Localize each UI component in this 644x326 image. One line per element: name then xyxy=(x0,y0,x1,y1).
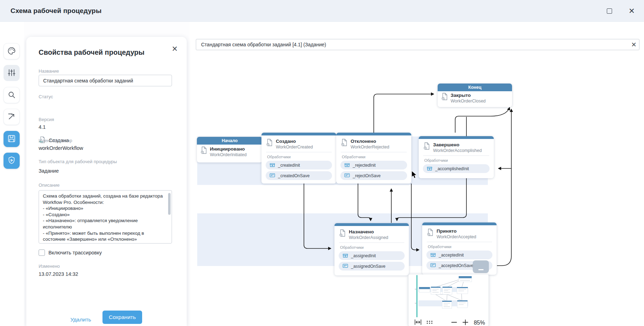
shield-play-icon xyxy=(7,156,16,166)
state-code: WorkOrderClosed xyxy=(451,99,486,104)
export-icon xyxy=(7,112,16,122)
minus-icon xyxy=(478,269,484,270)
group-header: Начало xyxy=(197,137,263,145)
minimap-collapse-button[interactable] xyxy=(473,260,489,273)
name-input[interactable] xyxy=(39,75,172,86)
panel-title: Свойства рабочей процедуры xyxy=(39,48,145,56)
workflow-editor-window: Схема рабочей процедуры × × Свойства раб… xyxy=(0,0,644,326)
save-handler-icon xyxy=(430,263,436,268)
document-plus-icon xyxy=(341,139,347,148)
handler-pill[interactable]: _createdOnSave xyxy=(266,171,332,180)
trace-checkbox-row[interactable]: Включить трассировку xyxy=(39,250,102,256)
state-code: WorkOrderCreated xyxy=(276,145,313,149)
sliders-icon xyxy=(7,68,16,78)
plus-icon xyxy=(462,319,469,326)
handler-label: _rejectedInit xyxy=(353,163,376,168)
handler-pill[interactable]: _accomplishedInit xyxy=(423,164,490,173)
object-type-label: Тип объекта для рабочей процедуры xyxy=(39,159,117,164)
trace-checkbox[interactable] xyxy=(39,250,45,256)
handler-pill[interactable]: _rejectedInit xyxy=(340,161,407,169)
document-plus-icon xyxy=(427,228,433,238)
save-scheme-button[interactable] xyxy=(4,131,20,147)
handler-label: _createdOnSave xyxy=(278,173,310,178)
version-value: 4.1 xyxy=(39,124,46,130)
init-handler-icon xyxy=(427,166,432,172)
handler-pill[interactable]: _assignedOnSave xyxy=(339,262,405,271)
panel-close-button[interactable]: × xyxy=(169,43,180,54)
state-code: WorkOrderInitiated xyxy=(210,152,247,157)
handler-label: _assignedInit xyxy=(351,253,376,258)
handler-pill[interactable]: _assignedInit xyxy=(339,251,405,260)
fit-width-icon xyxy=(414,319,422,326)
zoom-in-button[interactable] xyxy=(460,319,471,326)
maximize-icon xyxy=(607,8,612,14)
trace-checkbox-label: Включить трассировку xyxy=(48,250,102,255)
version-label: Версия xyxy=(39,117,54,122)
close-button[interactable]: × xyxy=(626,5,638,17)
state-title: Принято xyxy=(437,228,476,234)
document-plus-icon xyxy=(266,139,273,148)
minimap-preview xyxy=(409,274,489,318)
description-field[interactable]: Схема обработки заданий, создана на базе… xyxy=(39,190,172,244)
fit-width-button[interactable] xyxy=(412,319,424,326)
state-node-accomplished[interactable]: Завершено WorkOrderAccomplished Обработч… xyxy=(419,136,494,178)
palette-icon xyxy=(7,46,16,56)
modified-value: 13.07.2023 14:32 xyxy=(39,271,78,277)
handler-label: _createdInit xyxy=(278,163,300,168)
init-handler-icon xyxy=(343,253,348,259)
settings-sliders-button[interactable] xyxy=(4,65,20,81)
grid-dots-icon xyxy=(426,319,433,326)
close-icon: × xyxy=(172,44,178,54)
window-titlebar: Схема рабочей процедуры × xyxy=(0,0,644,22)
divider xyxy=(427,242,492,242)
state-node-assigned[interactable]: Назначено WorkOrderAssigned Обработчики … xyxy=(334,223,409,275)
init-handler-icon xyxy=(270,162,275,168)
identifier-value: workOrderWorkflow xyxy=(39,145,83,151)
document-plus-icon xyxy=(423,142,430,151)
minimap-panel[interactable]: 85% xyxy=(409,274,489,326)
handler-pill[interactable]: _createdInit xyxy=(266,161,332,169)
divider xyxy=(339,242,404,243)
state-title: Назначено xyxy=(349,229,388,234)
window-controls: × xyxy=(603,0,638,22)
zoom-out-button[interactable] xyxy=(449,319,460,326)
description-scrollbar[interactable] xyxy=(168,193,171,215)
document-plus-icon xyxy=(200,146,207,155)
scheme-tab-close-button[interactable]: × xyxy=(631,40,636,49)
state-title: Закрыто xyxy=(451,93,486,98)
state-node-created[interactable]: Создано WorkOrderCreated Обработчики _cr… xyxy=(261,133,336,184)
handler-pill[interactable]: _rejectOnSave xyxy=(340,171,407,180)
group-node-end[interactable]: Конец Закрыто WorkOrderClosed xyxy=(438,84,512,107)
scheme-tab[interactable]: Стандартная схема обработки заданий [4.1… xyxy=(196,39,639,50)
save-icon xyxy=(7,134,16,144)
palette-button[interactable] xyxy=(4,43,20,59)
delete-button[interactable]: Удалить xyxy=(63,313,98,326)
save-button[interactable]: Сохранить xyxy=(102,311,142,324)
group-node-start[interactable]: Начало Инициировано WorkOrderInitiated xyxy=(197,137,263,162)
zoom-level: 85% xyxy=(474,320,485,326)
handler-label: _accomplishedInit xyxy=(435,166,469,171)
diagram-canvas[interactable]: Стандартная схема обработки заданий [4.1… xyxy=(190,22,644,326)
document-plus-icon xyxy=(339,229,346,238)
save-handler-icon xyxy=(343,264,348,269)
minus-icon xyxy=(451,319,458,326)
description-label: Описание xyxy=(39,182,60,188)
search-button[interactable] xyxy=(4,87,20,103)
search-icon xyxy=(7,90,16,100)
state-code: WorkOrderAssigned xyxy=(349,235,388,240)
state-code: WorkOrderAccomplished xyxy=(433,148,482,153)
state-title: Создано xyxy=(276,139,313,144)
validate-run-button[interactable] xyxy=(4,153,20,169)
drag-handle-button[interactable] xyxy=(424,319,435,326)
node-header-bar xyxy=(261,133,336,135)
state-node-rejected[interactable]: Отклонено WorkOrderRejected Обработчики … xyxy=(336,133,411,184)
node-header-bar xyxy=(422,222,497,225)
export-button[interactable] xyxy=(4,109,20,125)
maximize-button[interactable] xyxy=(603,5,615,17)
toolbar-rail xyxy=(0,22,24,326)
handler-label: _acceptedOnSave xyxy=(439,263,473,268)
divider xyxy=(423,155,489,156)
handler-pill[interactable]: _acceptedInit xyxy=(426,251,492,259)
handlers-label: Обработчики xyxy=(424,158,488,162)
handlers-label: Обработчики xyxy=(340,245,403,250)
